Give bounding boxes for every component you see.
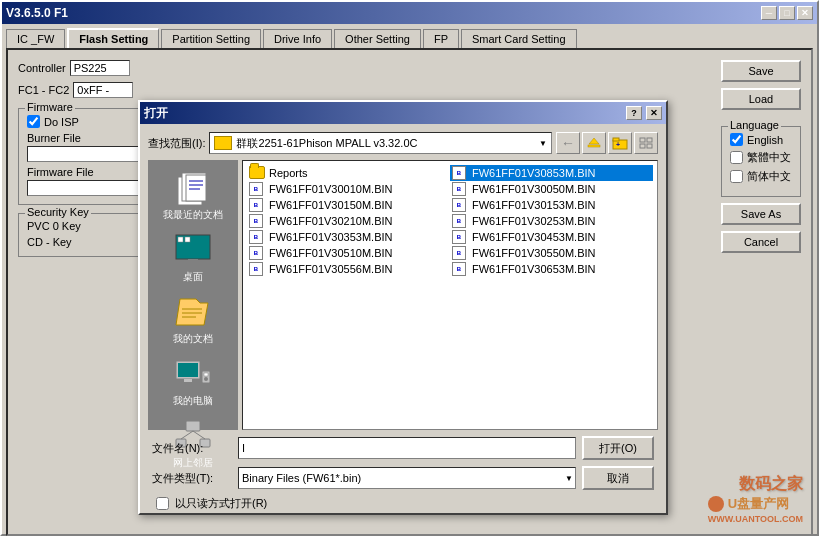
place-recent[interactable]: 我最近的文档 — [153, 166, 233, 226]
dialog-cancel-button[interactable]: 取消 — [582, 466, 654, 490]
do-isp-checkbox[interactable] — [27, 115, 40, 128]
place-my-computer[interactable]: 我的电脑 — [153, 352, 233, 412]
bin-icon-fw853: B — [452, 166, 468, 180]
file-item-fw210[interactable]: B FW61FF01V30210M.BIN — [247, 213, 450, 229]
files-grid: Reports B FW61FF01V30853M.BIN B — [247, 165, 653, 277]
bin-icon-fw210: B — [249, 214, 265, 228]
file-item-fw010[interactable]: B FW61FF01V30010M.BIN — [247, 181, 450, 197]
tab-flash-setting[interactable]: Flash Setting — [67, 28, 159, 48]
content-area: Controller PS225 FC1 - FC2 0xFF - Firmwa… — [6, 48, 813, 536]
place-my-docs[interactable]: 我的文档 — [153, 290, 233, 350]
filetype-row: 文件类型(T): Binary Files (FW61*.bin) ▼ 取消 — [152, 466, 654, 490]
english-label: English — [747, 134, 783, 146]
watermark: 数码之家 U盘量产网 WWW.UANTOOL.COM — [708, 473, 803, 526]
svg-rect-25 — [178, 363, 198, 377]
location-value: 群联2251-61Phison MPALL v3.32.0C — [236, 136, 537, 151]
trad-chinese-row: 繁體中文 — [730, 150, 792, 165]
file-item-fw556[interactable]: B FW61FF01V30556M.BIN — [247, 261, 450, 277]
file-item-fw353[interactable]: B FW61FF01V30353M.BIN — [247, 229, 450, 245]
title-bar-buttons: ─ □ ✕ — [761, 6, 813, 20]
svg-rect-6 — [647, 138, 652, 142]
file-item-fw510[interactable]: B FW61FF01V30510M.BIN — [247, 245, 450, 261]
save-as-button[interactable]: Save As — [721, 203, 801, 225]
location-dropdown[interactable]: 群联2251-61Phison MPALL v3.32.0C ▼ — [209, 132, 552, 154]
dialog-body: 查找范围(I): 群联2251-61Phison MPALL v3.32.0C … — [140, 124, 666, 519]
file-name-fw653: FW61FF01V30653M.BIN — [472, 263, 596, 275]
title-bar: V3.6.5.0 F1 ─ □ ✕ — [2, 2, 817, 24]
tab-smart-card[interactable]: Smart Card Setting — [461, 29, 577, 49]
tab-bar: IC _FW Flash Setting Partition Setting D… — [2, 24, 817, 48]
file-name-fw153: FW61FF01V30153M.BIN — [472, 199, 596, 211]
readonly-row: 以只读方式打开(R) — [152, 496, 654, 511]
cancel-button[interactable]: Cancel — [721, 231, 801, 253]
bin-icon-fw153: B — [452, 198, 468, 212]
svg-marker-1 — [589, 138, 599, 144]
tab-drive-info[interactable]: Drive Info — [263, 29, 332, 49]
nav-back-button[interactable]: ← — [556, 132, 580, 154]
location-label: 查找范围(I): — [148, 136, 205, 151]
bin-icon-fw253: B — [452, 214, 468, 228]
burner-file-input[interactable] — [27, 146, 147, 162]
folder-icon — [249, 166, 265, 180]
desktop-icon — [173, 232, 213, 268]
my-docs-icon — [173, 294, 213, 330]
open-button[interactable]: 打开(O) — [582, 436, 654, 460]
watermark-line2: U盘量产网 — [728, 495, 789, 513]
file-open-dialog: 打开 ? ✕ 查找范围(I): 群联2251-61Phison MPALL v3… — [138, 100, 668, 515]
trad-chinese-checkbox[interactable] — [730, 151, 743, 164]
file-area: 我最近的文档 — [148, 160, 658, 430]
simp-chinese-checkbox[interactable] — [730, 170, 743, 183]
close-button[interactable]: ✕ — [797, 6, 813, 20]
tab-ic-fw[interactable]: IC _FW — [6, 29, 65, 49]
file-name-fw010: FW61FF01V30010M.BIN — [269, 183, 393, 195]
nav-up-button[interactable] — [582, 132, 606, 154]
file-item-fw150[interactable]: B FW61FF01V30150M.BIN — [247, 197, 450, 213]
nav-new-folder-button[interactable]: + — [608, 132, 632, 154]
minimize-button[interactable]: ─ — [761, 6, 777, 20]
file-item-reports[interactable]: Reports — [247, 165, 450, 181]
english-checkbox[interactable] — [730, 133, 743, 146]
tab-other-setting[interactable]: Other Setting — [334, 29, 421, 49]
bin-icon-fw010: B — [249, 182, 265, 196]
file-item-fw050[interactable]: B FW61FF01V30050M.BIN — [450, 181, 653, 197]
svg-rect-27 — [180, 382, 196, 384]
place-desktop[interactable]: 桌面 — [153, 228, 233, 288]
dialog-title-bar: 打开 ? ✕ — [140, 102, 666, 124]
language-group: Language English 繁體中文 简体中文 — [721, 126, 801, 197]
fc1-fc2-row: FC1 - FC2 0xFF - — [18, 82, 218, 98]
save-button[interactable]: Save — [721, 60, 801, 82]
my-computer-icon — [173, 356, 213, 392]
do-isp-label: Do ISP — [44, 116, 79, 128]
firmware-file-input[interactable] — [27, 180, 147, 196]
file-name-fw556: FW61FF01V30556M.BIN — [269, 263, 393, 275]
file-name-fw353: FW61FF01V30353M.BIN — [269, 231, 393, 243]
filetype-select[interactable]: Binary Files (FW61*.bin) ▼ — [238, 467, 576, 489]
tab-partition-setting[interactable]: Partition Setting — [161, 29, 261, 49]
load-button[interactable]: Load — [721, 88, 801, 110]
readonly-checkbox[interactable] — [156, 497, 169, 510]
svg-rect-11 — [186, 175, 206, 201]
svg-rect-0 — [588, 145, 600, 147]
file-name-fw550: FW61FF01V30550M.BIN — [472, 247, 596, 259]
file-item-fw653[interactable]: B FW61FF01V30653M.BIN — [450, 261, 653, 277]
files-panel: Reports B FW61FF01V30853M.BIN B — [242, 160, 658, 430]
nav-view-button[interactable] — [634, 132, 658, 154]
watermark-line1: 数码之家 — [708, 473, 803, 495]
file-item-fw153[interactable]: B FW61FF01V30153M.BIN — [450, 197, 653, 213]
dialog-help-button[interactable]: ? — [626, 106, 642, 120]
maximize-button[interactable]: □ — [779, 6, 795, 20]
filename-input[interactable] — [238, 437, 576, 459]
file-item-fw253[interactable]: B FW61FF01V30253M.BIN — [450, 213, 653, 229]
filename-label: 文件名(N): — [152, 441, 232, 456]
file-item-fw550[interactable]: B FW61FF01V30550M.BIN — [450, 245, 653, 261]
tab-fp[interactable]: FP — [423, 29, 459, 49]
svg-rect-7 — [640, 144, 645, 148]
firmware-group-label: Firmware — [25, 101, 75, 113]
file-name-fw453: FW61FF01V30453M.BIN — [472, 231, 596, 243]
file-item-fw453[interactable]: B FW61FF01V30453M.BIN — [450, 229, 653, 245]
svg-text:+: + — [616, 141, 620, 148]
file-item-fw853[interactable]: B FW61FF01V30853M.BIN — [450, 165, 653, 181]
svg-rect-5 — [640, 138, 645, 142]
dialog-close-button[interactable]: ✕ — [646, 106, 662, 120]
bin-icon-fw353: B — [249, 230, 265, 244]
